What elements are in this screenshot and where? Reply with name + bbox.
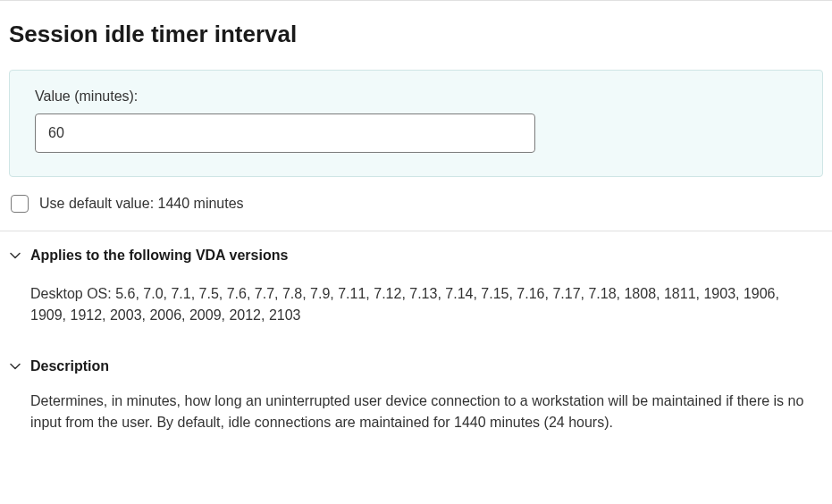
chevron-down-icon xyxy=(9,249,21,262)
default-value-row: Use default value: 1440 minutes xyxy=(0,177,832,231)
default-value-label[interactable]: Use default value: 1440 minutes xyxy=(39,196,244,212)
chevron-down-icon xyxy=(9,360,21,373)
value-panel: Value (minutes): xyxy=(9,70,823,177)
vda-versions-title: Applies to the following VDA versions xyxy=(30,248,288,264)
vda-versions-header[interactable]: Applies to the following VDA versions xyxy=(9,231,823,273)
default-value-checkbox[interactable] xyxy=(11,195,29,213)
value-input[interactable] xyxy=(35,113,535,153)
value-label: Value (minutes): xyxy=(35,88,797,105)
description-header[interactable]: Description xyxy=(9,342,823,383)
page-title: Session idle timer interval xyxy=(0,1,832,70)
description-body: Determines, in minutes, how long an unin… xyxy=(9,383,813,433)
vda-versions-body: Desktop OS: 5.6, 7.0, 7.1, 7.5, 7.6, 7.7… xyxy=(9,273,813,333)
vda-versions-section: Applies to the following VDA versions De… xyxy=(0,231,832,333)
description-section: Description Determines, in minutes, how … xyxy=(0,342,832,433)
description-title: Description xyxy=(30,358,109,374)
